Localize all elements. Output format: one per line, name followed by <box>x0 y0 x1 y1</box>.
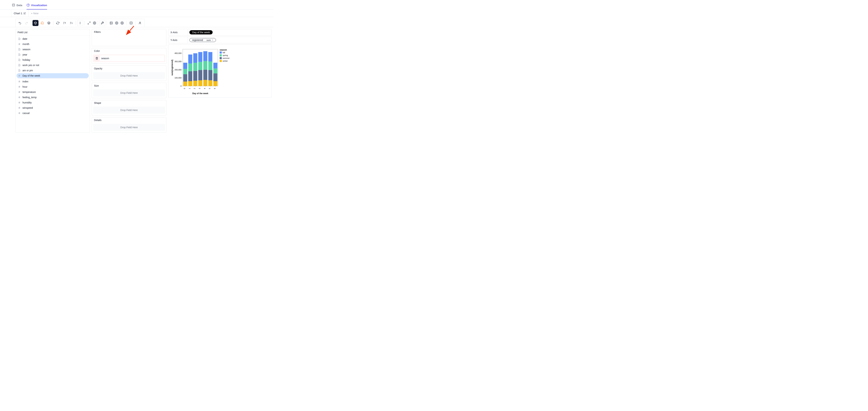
refresh-button[interactable] <box>55 20 61 26</box>
field-item[interactable]: hour <box>17 84 89 89</box>
field-item[interactable]: index <box>17 79 89 84</box>
svg-marker-4 <box>48 22 50 23</box>
color-field-name: season <box>101 57 109 60</box>
x-axis-field-pill[interactable]: Day of the week <box>189 30 213 34</box>
svg-point-21 <box>140 22 141 23</box>
settings-button[interactable] <box>119 20 125 26</box>
svg-rect-83 <box>183 69 187 74</box>
message-button[interactable] <box>39 20 45 26</box>
svg-rect-101 <box>198 62 203 70</box>
svg-text:2: 2 <box>193 88 195 89</box>
expand-button[interactable] <box>86 20 92 26</box>
svg-rect-90 <box>188 55 192 63</box>
field-item[interactable]: holiday <box>17 57 89 62</box>
field-label: temperature <box>23 91 36 93</box>
sort-desc-button[interactable] <box>68 20 74 26</box>
hash-icon <box>18 96 21 98</box>
axis-toggle-button[interactable] <box>77 20 83 26</box>
svg-rect-113 <box>208 61 212 70</box>
svg-rect-126 <box>220 52 222 54</box>
opacity-shelf[interactable]: Opacity Drop Field Here <box>92 65 166 81</box>
field-item[interactable]: Day of the week <box>17 73 89 78</box>
field-item[interactable]: humidity <box>17 100 89 105</box>
shape-dropzone[interactable]: Drop Field Here <box>93 107 165 114</box>
file-icon <box>18 48 21 51</box>
field-item[interactable]: season <box>17 47 89 52</box>
field-item[interactable]: winspeed <box>17 105 89 110</box>
y-axis-label: Y-Axis <box>168 37 188 43</box>
redo-button[interactable] <box>24 20 30 26</box>
field-item[interactable]: work yes or not <box>17 63 89 68</box>
main-content: Field List datemonthseasonyearholidaywor… <box>0 27 273 134</box>
svg-rect-89 <box>188 64 192 71</box>
svg-rect-96 <box>193 53 197 63</box>
image-button[interactable] <box>108 20 114 26</box>
field-item[interactable]: year <box>17 52 89 57</box>
filters-shelf[interactable]: Filters <box>92 29 166 46</box>
new-chart-tab[interactable]: + New <box>28 10 41 17</box>
shape-shelf[interactable]: Shape Drop Field Here <box>92 100 166 116</box>
toolbar <box>15 19 145 27</box>
field-item[interactable]: month <box>17 42 89 46</box>
tab-visualization[interactable]: Visualization <box>27 3 47 9</box>
size-dropzone[interactable]: Drop Field Here <box>93 90 165 96</box>
svg-rect-84 <box>183 63 187 69</box>
details-dropzone[interactable]: Drop Field Here <box>93 124 165 131</box>
field-item[interactable]: date <box>17 36 89 41</box>
shape-label: Shape <box>92 100 166 106</box>
field-item[interactable]: feeling_temp <box>17 95 89 100</box>
field-item[interactable]: temperature <box>17 90 89 94</box>
field-list-panel: Field List datemonthseasonyearholidaywor… <box>15 29 90 133</box>
svg-line-26 <box>19 43 19 45</box>
svg-rect-118 <box>213 73 217 81</box>
svg-rect-128 <box>220 54 222 56</box>
field-label: season <box>23 48 30 51</box>
opacity-dropzone[interactable]: Drop Field Here <box>93 72 165 79</box>
svg-rect-102 <box>198 52 203 62</box>
wrench-button[interactable] <box>99 20 105 26</box>
svg-text:spring: spring <box>223 54 228 56</box>
y-axis-agg-selector[interactable]: sum <box>207 39 215 41</box>
hash-icon <box>18 86 21 88</box>
svg-text:sum(registered): sum(registered) <box>171 60 174 76</box>
field-item[interactable]: am or pm <box>17 68 89 73</box>
file-icon <box>18 64 21 66</box>
svg-rect-130 <box>220 57 222 59</box>
hash-icon <box>18 74 21 77</box>
field-label: year <box>23 53 27 56</box>
filters-label: Filters <box>92 29 166 35</box>
cube-mode-button[interactable] <box>32 20 38 26</box>
details-label: Details <box>92 117 166 123</box>
image-settings-button[interactable] <box>115 20 118 26</box>
field-label: Day of the week <box>23 74 40 77</box>
details-shelf[interactable]: Details Drop Field Here <box>92 117 166 133</box>
y-axis-field-pill[interactable]: registered sum <box>189 38 216 42</box>
svg-rect-99 <box>198 80 203 86</box>
color-shelf[interactable]: Color season <box>92 48 166 64</box>
svg-rect-81 <box>183 82 187 86</box>
svg-rect-106 <box>203 70 207 80</box>
layers-button[interactable] <box>46 20 52 26</box>
svg-line-48 <box>19 86 19 88</box>
color-field-chip[interactable]: season <box>93 55 165 62</box>
chart-canvas: 0100,000200,000300,000400,0000123456Day … <box>168 44 272 98</box>
x-axis-field-name: Day of the week <box>192 31 210 34</box>
tab-data[interactable]: Data <box>12 3 22 9</box>
sort-asc-button[interactable] <box>62 20 67 26</box>
remove-color-field-button[interactable] <box>94 56 99 61</box>
svg-rect-117 <box>213 81 217 86</box>
svg-line-60 <box>19 102 19 104</box>
undo-button[interactable] <box>17 20 23 26</box>
svg-rect-108 <box>203 51 207 61</box>
svg-line-13 <box>89 22 90 23</box>
size-shelf[interactable]: Size Drop Field Here <box>92 83 166 98</box>
file-icon <box>18 69 21 72</box>
svg-rect-132 <box>220 60 222 62</box>
expand-settings-button[interactable] <box>93 20 96 26</box>
user-button[interactable] <box>137 20 143 26</box>
code-button[interactable] <box>128 20 134 26</box>
hash-icon <box>18 106 21 109</box>
field-item[interactable]: casual <box>17 110 89 116</box>
chart-tab-1[interactable]: Chart 1 <box>11 10 28 17</box>
svg-rect-114 <box>208 52 212 61</box>
